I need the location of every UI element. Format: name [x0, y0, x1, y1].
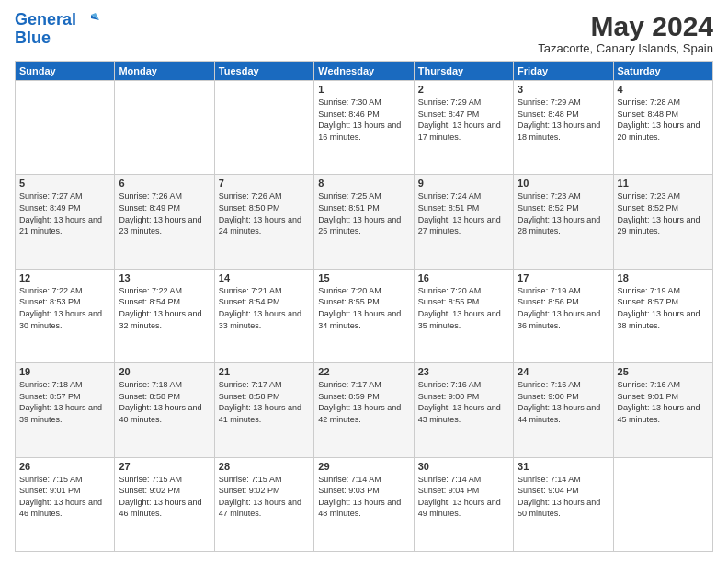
day-number: 3	[518, 84, 609, 95]
day-number: 10	[518, 178, 609, 189]
calendar-header-sunday: Sunday	[16, 62, 115, 81]
day-info: Sunrise: 7:15 AMSunset: 9:01 PMDaylight:…	[19, 474, 110, 520]
day-number: 9	[418, 178, 509, 189]
day-info: Sunrise: 7:16 AMSunset: 9:00 PMDaylight:…	[518, 379, 609, 425]
day-number: 4	[618, 84, 709, 95]
calendar-cell: 29Sunrise: 7:14 AMSunset: 9:03 PMDayligh…	[314, 457, 414, 551]
day-info: Sunrise: 7:21 AMSunset: 8:54 PMDaylight:…	[219, 285, 310, 331]
calendar-cell: 17Sunrise: 7:19 AMSunset: 8:56 PMDayligh…	[514, 269, 613, 362]
day-number: 11	[618, 178, 709, 189]
calendar-header-wednesday: Wednesday	[314, 62, 414, 81]
calendar-week-row: 12Sunrise: 7:22 AMSunset: 8:53 PMDayligh…	[16, 269, 713, 362]
day-number: 15	[318, 272, 409, 283]
calendar-cell: 13Sunrise: 7:22 AMSunset: 8:54 PMDayligh…	[115, 269, 214, 362]
calendar-week-row: 1Sunrise: 7:30 AMSunset: 8:46 PMDaylight…	[16, 81, 713, 175]
calendar-table: SundayMondayTuesdayWednesdayThursdayFrid…	[15, 61, 713, 552]
day-number: 29	[318, 461, 409, 472]
day-info: Sunrise: 7:19 AMSunset: 8:57 PMDaylight:…	[618, 285, 709, 331]
calendar-week-row: 26Sunrise: 7:15 AMSunset: 9:01 PMDayligh…	[16, 457, 713, 551]
day-number: 24	[518, 366, 609, 377]
day-info: Sunrise: 7:22 AMSunset: 8:53 PMDaylight:…	[19, 285, 110, 331]
day-number: 26	[19, 461, 110, 472]
day-number: 28	[219, 461, 310, 472]
day-info: Sunrise: 7:15 AMSunset: 9:02 PMDaylight:…	[119, 474, 210, 520]
calendar-cell: 22Sunrise: 7:17 AMSunset: 8:59 PMDayligh…	[314, 363, 414, 457]
calendar-cell: 28Sunrise: 7:15 AMSunset: 9:02 PMDayligh…	[214, 457, 313, 551]
day-info: Sunrise: 7:26 AMSunset: 8:49 PMDaylight:…	[119, 190, 210, 236]
day-number: 12	[19, 272, 110, 283]
day-number: 7	[219, 178, 310, 189]
day-number: 21	[219, 366, 310, 377]
day-info: Sunrise: 7:15 AMSunset: 9:02 PMDaylight:…	[219, 474, 310, 520]
day-number: 22	[318, 366, 409, 377]
calendar-cell: 30Sunrise: 7:14 AMSunset: 9:04 PMDayligh…	[414, 457, 513, 551]
day-info: Sunrise: 7:16 AMSunset: 9:01 PMDaylight:…	[618, 379, 709, 425]
calendar-cell: 26Sunrise: 7:15 AMSunset: 9:01 PMDayligh…	[16, 457, 115, 551]
calendar-cell	[16, 81, 115, 175]
day-info: Sunrise: 7:23 AMSunset: 8:52 PMDaylight:…	[518, 190, 609, 236]
day-info: Sunrise: 7:19 AMSunset: 8:56 PMDaylight:…	[518, 285, 609, 331]
calendar-cell: 4Sunrise: 7:28 AMSunset: 8:48 PMDaylight…	[613, 81, 712, 175]
page: General Blue May 2024 Tazacorte, Canary …	[0, 0, 728, 563]
calendar-cell: 15Sunrise: 7:20 AMSunset: 8:55 PMDayligh…	[314, 269, 414, 362]
logo-bird-icon	[83, 13, 99, 28]
calendar-cell: 20Sunrise: 7:18 AMSunset: 8:58 PMDayligh…	[115, 363, 214, 457]
day-number: 17	[518, 272, 609, 283]
logo-line1: General	[15, 10, 76, 29]
day-number: 23	[418, 366, 509, 377]
title-area: May 2024 Tazacorte, Canary Islands, Spai…	[538, 11, 713, 55]
day-info: Sunrise: 7:29 AMSunset: 8:47 PMDaylight:…	[418, 97, 509, 143]
day-number: 27	[119, 461, 210, 472]
calendar-cell: 27Sunrise: 7:15 AMSunset: 9:02 PMDayligh…	[115, 457, 214, 551]
calendar-cell: 24Sunrise: 7:16 AMSunset: 9:00 PMDayligh…	[514, 363, 613, 457]
day-number: 30	[418, 461, 509, 472]
day-number: 25	[618, 366, 709, 377]
day-info: Sunrise: 7:17 AMSunset: 8:59 PMDaylight:…	[318, 379, 409, 425]
calendar-cell: 23Sunrise: 7:16 AMSunset: 9:00 PMDayligh…	[414, 363, 513, 457]
day-number: 8	[318, 178, 409, 189]
day-number: 16	[418, 272, 509, 283]
calendar-week-row: 19Sunrise: 7:18 AMSunset: 8:57 PMDayligh…	[16, 363, 713, 457]
calendar-cell	[115, 81, 214, 175]
day-info: Sunrise: 7:20 AMSunset: 8:55 PMDaylight:…	[318, 285, 409, 331]
day-number: 20	[119, 366, 210, 377]
day-info: Sunrise: 7:23 AMSunset: 8:52 PMDaylight:…	[618, 190, 709, 236]
day-info: Sunrise: 7:14 AMSunset: 9:04 PMDaylight:…	[418, 474, 509, 520]
calendar-header-monday: Monday	[115, 62, 214, 81]
day-info: Sunrise: 7:25 AMSunset: 8:51 PMDaylight:…	[318, 190, 409, 236]
calendar-cell: 31Sunrise: 7:14 AMSunset: 9:04 PMDayligh…	[514, 457, 613, 551]
logo-text: General	[15, 11, 99, 29]
day-number: 14	[219, 272, 310, 283]
day-info: Sunrise: 7:18 AMSunset: 8:57 PMDaylight:…	[19, 379, 110, 425]
calendar-cell: 19Sunrise: 7:18 AMSunset: 8:57 PMDayligh…	[16, 363, 115, 457]
calendar-header-saturday: Saturday	[613, 62, 712, 81]
calendar-cell	[214, 81, 313, 175]
calendar-cell: 21Sunrise: 7:17 AMSunset: 8:58 PMDayligh…	[214, 363, 313, 457]
calendar-cell: 25Sunrise: 7:16 AMSunset: 9:01 PMDayligh…	[613, 363, 712, 457]
day-number: 5	[19, 178, 110, 189]
calendar-cell: 9Sunrise: 7:24 AMSunset: 8:51 PMDaylight…	[414, 175, 513, 269]
day-info: Sunrise: 7:18 AMSunset: 8:58 PMDaylight:…	[119, 379, 210, 425]
day-info: Sunrise: 7:30 AMSunset: 8:46 PMDaylight:…	[318, 97, 409, 143]
day-info: Sunrise: 7:22 AMSunset: 8:54 PMDaylight:…	[119, 285, 210, 331]
logo-line2: Blue	[15, 29, 51, 47]
day-info: Sunrise: 7:17 AMSunset: 8:58 PMDaylight:…	[219, 379, 310, 425]
calendar-week-row: 5Sunrise: 7:27 AMSunset: 8:49 PMDaylight…	[16, 175, 713, 269]
day-number: 13	[119, 272, 210, 283]
calendar-cell: 14Sunrise: 7:21 AMSunset: 8:54 PMDayligh…	[214, 269, 313, 362]
calendar-cell: 5Sunrise: 7:27 AMSunset: 8:49 PMDaylight…	[16, 175, 115, 269]
calendar-cell: 10Sunrise: 7:23 AMSunset: 8:52 PMDayligh…	[514, 175, 613, 269]
calendar-cell: 1Sunrise: 7:30 AMSunset: 8:46 PMDaylight…	[314, 81, 414, 175]
day-number: 18	[618, 272, 709, 283]
day-info: Sunrise: 7:24 AMSunset: 8:51 PMDaylight:…	[418, 190, 509, 236]
calendar-header-row: SundayMondayTuesdayWednesdayThursdayFrid…	[16, 62, 713, 81]
calendar-cell: 7Sunrise: 7:26 AMSunset: 8:50 PMDaylight…	[214, 175, 313, 269]
header: General Blue May 2024 Tazacorte, Canary …	[15, 11, 713, 55]
day-number: 2	[418, 84, 509, 95]
calendar-cell	[613, 457, 712, 551]
calendar-cell: 3Sunrise: 7:29 AMSunset: 8:48 PMDaylight…	[514, 81, 613, 175]
calendar-cell: 8Sunrise: 7:25 AMSunset: 8:51 PMDaylight…	[314, 175, 414, 269]
calendar-cell: 2Sunrise: 7:29 AMSunset: 8:47 PMDaylight…	[414, 81, 513, 175]
calendar-header-tuesday: Tuesday	[214, 62, 313, 81]
logo: General Blue	[15, 11, 99, 48]
